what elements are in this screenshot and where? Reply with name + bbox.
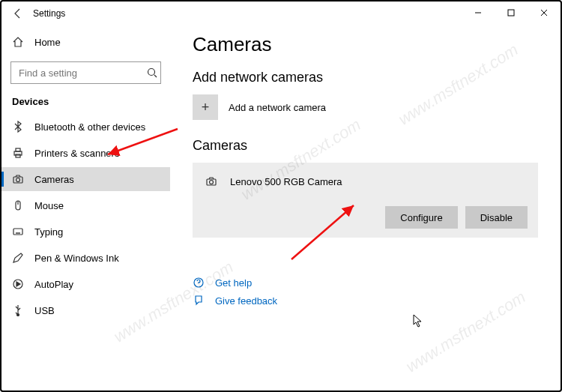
get-help-link[interactable]: Get help [193,277,538,289]
add-network-camera-label: Add a network camera [229,102,326,113]
page-title: Cameras [193,33,538,56]
plus-icon: + [193,94,218,120]
get-help-label[interactable]: Get help [215,277,252,289]
sidebar-item-label: AutoPlay [34,279,73,290]
sidebar-home[interactable]: Home [1,30,170,54]
keyboard-icon [12,226,24,238]
sidebar-item-label: Pen & Windows Ink [34,253,119,264]
mouse-icon [12,199,24,211]
bluetooth-icon [12,121,24,133]
svg-rect-8 [13,229,22,235]
sidebar-item-label: Typing [34,226,63,238]
sidebar-item-autoplay[interactable]: AutoPlay [1,272,170,296]
add-network-camera[interactable]: + Add a network camera [193,94,538,120]
sidebar-category: Devices [1,96,170,115]
camera-device-card[interactable]: Lenovo 500 RGB Camera Configure Disable [193,163,538,238]
cursor-icon [413,314,423,328]
search-box[interactable] [10,61,161,84]
sidebar-item-usb[interactable]: USB [1,298,170,322]
maximize-button[interactable] [495,1,528,24]
svg-point-1 [148,69,155,76]
usb-icon [12,304,24,316]
content-pane: Cameras Add network cameras + Add a netw… [170,25,561,391]
sidebar-item-label: Printers & scanners [34,148,119,159]
sidebar: Home Devices Bluetooth & other devices P… [1,25,170,391]
feedback-icon [193,295,205,307]
search-input[interactable] [17,67,146,79]
camera-icon [203,173,220,190]
sidebar-item-printers[interactable]: Printers & scanners [1,141,170,165]
device-name: Lenovo 500 RGB Camera [230,176,342,187]
autoplay-icon [12,278,24,290]
svg-point-12 [210,181,214,184]
configure-button[interactable]: Configure [385,206,457,229]
titlebar: Settings [1,1,561,25]
give-feedback-link[interactable]: Give feedback [193,295,538,307]
add-section-heading: Add network cameras [193,70,538,85]
sidebar-item-pen[interactable]: Pen & Windows Ink [1,246,170,270]
sidebar-item-label: Mouse [34,200,64,211]
window-title: Settings [33,8,65,19]
pen-icon [12,252,24,264]
sidebar-item-label: Bluetooth & other devices [34,121,145,133]
sidebar-item-cameras[interactable]: Cameras [1,167,170,191]
home-icon [12,36,24,48]
camera-icon [12,173,24,185]
printer-icon [12,147,24,159]
sidebar-home-label: Home [34,37,61,48]
svg-point-6 [16,178,20,182]
svg-rect-0 [508,10,514,16]
sidebar-item-typing[interactable]: Typing [1,220,170,244]
search-icon [146,67,158,79]
list-section-heading: Cameras [193,138,538,154]
minimize-button[interactable] [462,1,495,24]
svg-rect-3 [16,148,20,151]
arrow-left-icon [12,7,24,19]
help-icon [193,277,205,289]
disable-button[interactable]: Disable [465,206,528,229]
sidebar-item-label: USB [34,305,55,316]
close-button[interactable] [528,1,561,24]
sidebar-item-bluetooth[interactable]: Bluetooth & other devices [1,115,170,139]
sidebar-item-label: Cameras [34,174,74,185]
sidebar-item-mouse[interactable]: Mouse [1,193,170,217]
give-feedback-label[interactable]: Give feedback [215,295,277,307]
back-button[interactable] [7,3,28,24]
svg-point-10 [17,314,19,316]
